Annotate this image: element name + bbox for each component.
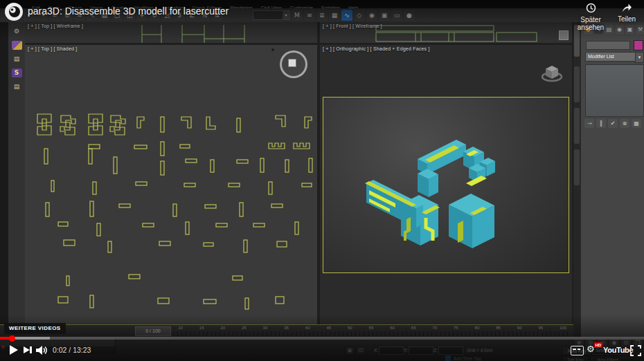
laser-part-outline bbox=[205, 205, 216, 208]
viewport-nav-dot bbox=[271, 48, 274, 51]
laser-part-outline bbox=[119, 204, 130, 207]
navigation-ring-widget[interactable] bbox=[280, 50, 307, 78]
laser-part-outline bbox=[89, 149, 92, 164]
laser-part-outline bbox=[295, 222, 298, 234]
modifier-list-arrow[interactable]: ▼ bbox=[635, 52, 644, 63]
viewport-layout-icon[interactable] bbox=[12, 41, 22, 50]
left-vertical-toolbar: ⚙▤S▤ bbox=[8, 22, 26, 324]
panel-scroll-strip[interactable] bbox=[573, 22, 580, 337]
nav-ring-center[interactable] bbox=[288, 59, 296, 67]
s-badge-icon[interactable]: S bbox=[12, 68, 22, 77]
laser-part-outline bbox=[90, 201, 93, 216]
hd-quality-badge: HD bbox=[594, 342, 602, 348]
laser-part-outline bbox=[229, 183, 240, 187]
laser-part-outline bbox=[143, 223, 154, 227]
configure-modifier-sets-icon[interactable]: ▦ bbox=[632, 119, 641, 128]
channel-avatar[interactable] bbox=[5, 3, 23, 21]
laser-part-outline bbox=[237, 118, 240, 132]
laser-part-outline bbox=[277, 241, 287, 247]
laser-part-outline bbox=[309, 158, 312, 172]
laser-part-outline bbox=[186, 222, 189, 234]
stack-icon-2[interactable]: ▤ bbox=[12, 82, 22, 91]
rollout-tab[interactable] bbox=[574, 66, 580, 102]
laser-part-outline bbox=[173, 204, 177, 216]
laser-part-outline bbox=[159, 241, 170, 246]
share-button[interactable]: Teilen bbox=[615, 3, 638, 23]
object-name-field[interactable] bbox=[586, 41, 630, 50]
modifier-stack-buttons: ⊸‖✔⊗▦ bbox=[584, 119, 641, 128]
share-label: Teilen bbox=[615, 15, 638, 23]
laser-part-outline bbox=[161, 142, 164, 156]
puzzle-model-3d bbox=[323, 98, 569, 272]
viewport-label[interactable]: [ + ] [ Orthographic ] [ Shaded + Edged … bbox=[323, 46, 430, 51]
fullscreen-button[interactable] bbox=[630, 345, 641, 356]
video-title[interactable]: para3D: Disassemble 3D modell for laserc… bbox=[28, 6, 229, 17]
laser-part-gamma bbox=[181, 117, 191, 128]
laser-part-outline bbox=[245, 298, 249, 309]
object-color-swatch[interactable] bbox=[634, 40, 643, 50]
command-panel: ●∿▤◉▣⚒ Modifier List ▼ ⊸‖✔⊗▦ bbox=[580, 22, 644, 337]
more-videos-chip[interactable]: WEITERE VIDEOS bbox=[4, 323, 66, 334]
laser-part-outline bbox=[240, 203, 243, 216]
rollout-tab[interactable] bbox=[574, 149, 580, 185]
laser-part-outline bbox=[233, 276, 242, 280]
laser-part-outline bbox=[46, 203, 49, 216]
laser-part-outline bbox=[97, 223, 100, 236]
volume-icon[interactable] bbox=[36, 345, 48, 355]
laser-part-comb bbox=[294, 143, 310, 149]
time-display: 0:02 / 13:23 bbox=[53, 346, 91, 354]
laser-part-outline bbox=[244, 240, 247, 252]
active-viewport-frame bbox=[323, 97, 569, 273]
laser-part-outline bbox=[180, 145, 190, 148]
show-end-result-icon[interactable]: ‖ bbox=[596, 119, 606, 128]
laser-part-maze_b bbox=[110, 115, 125, 135]
laser-part-outline bbox=[204, 299, 216, 304]
viewport-orthographic[interactable]: [ + ] [ Orthographic ] [ Shaded + Edged … bbox=[320, 45, 572, 324]
laser-part-outline bbox=[161, 161, 164, 175]
youtube-progress-bar[interactable] bbox=[0, 337, 644, 340]
watch-later-label: Später ansehen bbox=[569, 16, 612, 31]
laser-part-maze_b bbox=[60, 115, 75, 135]
laser-part-bracket_r bbox=[305, 117, 312, 128]
laser-part-outline bbox=[237, 160, 248, 163]
remove-modifier-icon[interactable]: ⊗ bbox=[620, 119, 629, 128]
youtube-logo[interactable]: YouTube bbox=[603, 346, 633, 354]
rollout-tab[interactable] bbox=[574, 108, 580, 144]
laser-part-outline bbox=[58, 222, 68, 226]
settings-gear-icon[interactable]: ⚙ bbox=[587, 344, 595, 354]
laser-part-outline bbox=[89, 145, 100, 149]
laser-part-outline bbox=[51, 180, 54, 192]
laser-part-outline bbox=[302, 183, 312, 187]
model-slot-yellow bbox=[458, 221, 463, 243]
laser-part-outline bbox=[136, 182, 147, 185]
viewcube-icon[interactable] bbox=[540, 63, 564, 82]
laser-part-outline bbox=[134, 145, 147, 149]
share-arrow-icon bbox=[621, 3, 632, 12]
laser-part-outline bbox=[129, 275, 140, 279]
modifier-stack-list[interactable] bbox=[585, 64, 644, 117]
play-button[interactable] bbox=[10, 345, 18, 355]
viewport-label[interactable]: [ + ] [ Top ] [ Shaded ] bbox=[28, 46, 77, 51]
screenshot-root: EditToolsGroupViewsCreateModifiersAnimat… bbox=[0, 0, 644, 361]
modifier-list-dropdown[interactable]: Modifier List bbox=[585, 52, 637, 62]
stack-icon[interactable]: ▤ bbox=[12, 55, 22, 64]
laser-part-outline bbox=[93, 182, 96, 194]
laser-part-comb bbox=[269, 143, 285, 149]
laser-part-outline bbox=[216, 223, 227, 227]
model-face-right bbox=[416, 205, 423, 228]
laser-part-outline bbox=[186, 159, 197, 163]
make-unique-icon[interactable]: ✔ bbox=[608, 119, 618, 128]
laser-part-bracket_r bbox=[137, 117, 144, 128]
next-button[interactable] bbox=[24, 346, 30, 353]
laser-parts-layout bbox=[25, 45, 317, 324]
laser-part-maze_a bbox=[37, 114, 51, 135]
laser-part-outline bbox=[161, 117, 164, 132]
laser-part-outline bbox=[90, 295, 93, 308]
laser-part-outline bbox=[184, 183, 195, 187]
watch-later-button[interactable]: Später ansehen bbox=[569, 3, 612, 31]
subtitles-button[interactable] bbox=[571, 346, 584, 355]
pin-stack-icon[interactable]: ⊸ bbox=[584, 119, 594, 128]
laser-part-outline bbox=[108, 241, 111, 252]
viewport-top-shaded[interactable]: [ + ] [ Top ] [ Shaded ] bbox=[25, 45, 317, 324]
laser-part-outline bbox=[44, 149, 48, 164]
